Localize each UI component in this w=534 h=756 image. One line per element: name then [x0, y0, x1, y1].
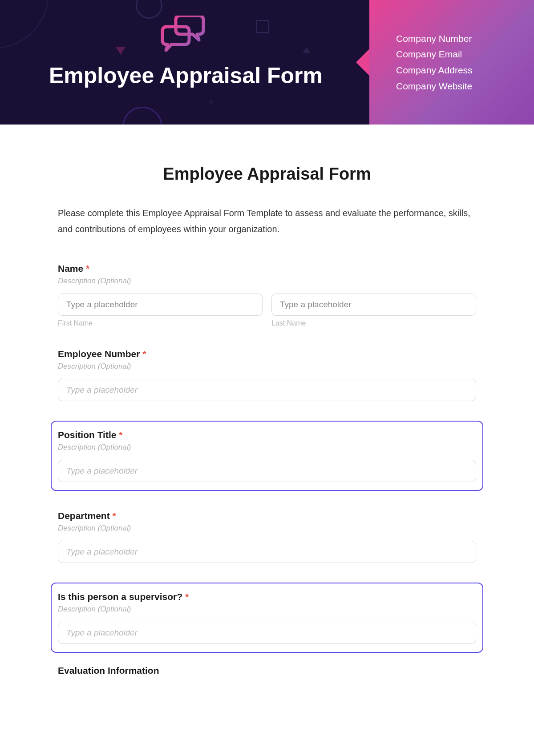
field-desc-position-title[interactable]: Description (Optional)	[58, 443, 476, 452]
field-name: Name * Description (Optional) First Name…	[58, 261, 476, 329]
decorative-circle	[0, 0, 49, 49]
required-marker: *	[86, 263, 89, 273]
header-right: Company Number Company Email Company Add…	[369, 0, 534, 125]
banner-title: Employee Appraisal Form	[49, 63, 369, 88]
company-info-block: Company Number Company Email Company Add…	[396, 31, 534, 94]
last-name-sublabel: Last Name	[271, 319, 476, 327]
decorative-triangle	[303, 47, 311, 53]
form-description: Please complete this Employee Appraisal …	[58, 205, 476, 237]
field-label-position-title: Position Title *	[58, 430, 476, 440]
header-banner: Employee Appraisal Form Company Number C…	[0, 0, 534, 125]
last-name-input[interactable]	[271, 294, 476, 316]
field-supervisor[interactable]: Is this person a supervisor? * Descripti…	[51, 583, 483, 653]
field-desc-name[interactable]: Description (Optional)	[58, 277, 476, 286]
form-content: Employee Appraisal Form Please complete …	[0, 125, 534, 694]
field-label-department: Department *	[58, 511, 476, 521]
field-employee-number: Employee Number * Description (Optional)	[58, 347, 476, 403]
decorative-circle	[122, 107, 162, 125]
required-marker: *	[142, 349, 146, 359]
company-email-line: Company Email	[396, 46, 534, 62]
first-name-input[interactable]	[58, 294, 263, 316]
chat-bubbles-icon	[158, 16, 207, 57]
field-label-name: Name *	[58, 263, 476, 274]
header-left: Employee Appraisal Form	[0, 0, 369, 125]
decorative-triangle	[116, 47, 125, 55]
company-website-line: Company Website	[396, 78, 534, 94]
field-label-supervisor: Is this person a supervisor? *	[58, 591, 476, 602]
position-title-input[interactable]	[58, 460, 476, 482]
required-marker: *	[113, 511, 116, 521]
company-address-line: Company Address	[396, 62, 534, 78]
supervisor-input[interactable]	[58, 622, 476, 644]
field-position-title[interactable]: Position Title * Description (Optional)	[51, 421, 483, 491]
form-title: Employee Appraisal Form	[58, 165, 476, 184]
field-label-employee-number: Employee Number *	[58, 349, 476, 359]
decorative-square	[256, 20, 269, 33]
field-desc-department[interactable]: Description (Optional)	[58, 524, 476, 533]
section-heading-evaluation: Evaluation Information	[58, 665, 476, 676]
decorative-square	[208, 99, 213, 104]
required-marker: *	[119, 430, 122, 440]
first-name-sublabel: First Name	[58, 319, 263, 327]
field-desc-supervisor[interactable]: Description (Optional)	[58, 605, 476, 614]
employee-number-input[interactable]	[58, 379, 476, 401]
required-marker: *	[185, 591, 189, 602]
department-input[interactable]	[58, 541, 476, 563]
field-department: Department * Description (Optional)	[58, 509, 476, 565]
field-desc-employee-number[interactable]: Description (Optional)	[58, 362, 476, 371]
company-number-line: Company Number	[396, 31, 534, 47]
